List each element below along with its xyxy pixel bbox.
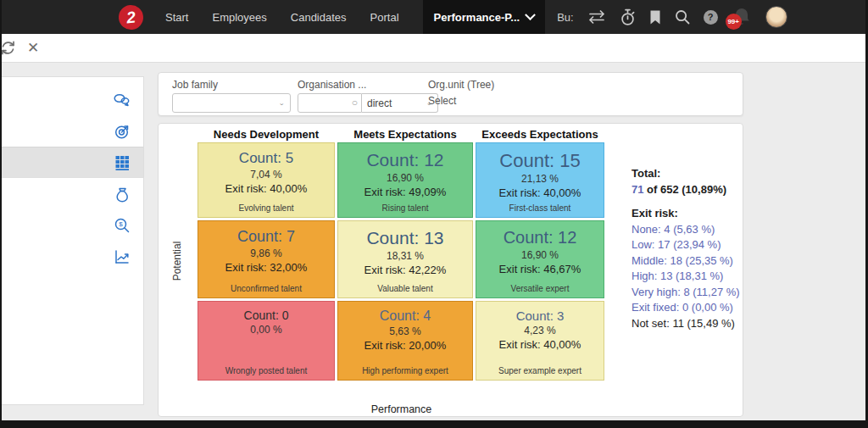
- column-header: Meets Expectations: [337, 128, 473, 141]
- exit-risk-link-high[interactable]: High: 13 (18,31 %): [632, 269, 743, 285]
- matrix-column-headers: Needs Development Meets Expectations Exc…: [198, 128, 604, 141]
- column-header: Needs Development: [198, 128, 335, 141]
- cell-exit-risk: Exit risk: 42,22%: [338, 264, 472, 276]
- organisation-input[interactable]: ○: [298, 93, 362, 113]
- sidebar-item-trends[interactable]: [2, 241, 143, 272]
- notifications-icon[interactable]: 99+: [732, 7, 752, 27]
- cell-count: Count: 12: [338, 150, 472, 170]
- matrix-cell-first-class-talent[interactable]: Count: 15 21,13 % Exit risk: 40,00% Firs…: [476, 142, 604, 218]
- filter-job-family: Job family ⌄: [172, 79, 291, 113]
- exit-risk-link-very-high[interactable]: Very high: 8 (11,27 %): [632, 285, 743, 301]
- swap-icon[interactable]: [587, 10, 606, 24]
- cell-exit-risk: Exit risk: 32,00%: [198, 261, 334, 274]
- cell-percentage: 18,31 %: [338, 250, 472, 262]
- window-border-bottom: [0, 420, 868, 428]
- refresh-icon[interactable]: [0, 40, 16, 56]
- orgunit-select-link[interactable]: Select: [428, 95, 494, 107]
- total-count-link[interactable]: 71: [632, 183, 643, 196]
- sidebar-item-goals[interactable]: [2, 115, 143, 147]
- close-icon[interactable]: ✕: [27, 41, 39, 55]
- cell-talent-name: Wrongly posted talent: [198, 366, 334, 375]
- cell-talent-name: Rising talent: [338, 203, 472, 213]
- cell-talent-name: Evolving talent: [198, 203, 334, 213]
- nav-item-performance-active[interactable]: Performance-P...: [423, 0, 546, 34]
- nav-item-portal[interactable]: Portal: [370, 11, 399, 24]
- org-lookup-icon: ○: [352, 97, 358, 108]
- cell-count: Count: 4: [338, 308, 472, 324]
- search-dollar-icon: $: [114, 217, 131, 234]
- page-toolbar: ✕: [0, 34, 868, 63]
- y-axis-label: Potential: [171, 242, 183, 281]
- trend-chart-icon: [114, 248, 131, 265]
- column-header: Exceeds Expectations: [476, 128, 604, 141]
- cell-exit-risk: Exit risk: 46,67%: [476, 263, 604, 275]
- cell-percentage: 16,90 %: [338, 172, 472, 184]
- cell-talent-name: Versatile expert: [476, 284, 604, 293]
- cell-percentage: 21,13 %: [476, 173, 604, 185]
- matrix-cell-rising-talent[interactable]: Count: 12 16,90 % Exit risk: 49,09% Risi…: [337, 142, 473, 218]
- job-family-select[interactable]: ⌄: [172, 93, 291, 113]
- nav-item-candidates[interactable]: Candidates: [291, 11, 347, 24]
- matrix-cell-versatile-expert[interactable]: Count: 12 16,90 % Exit risk: 46,67% Vers…: [476, 220, 604, 298]
- cell-percentage: 7,04 %: [198, 169, 334, 181]
- matrix-cell-unconfirmed-talent[interactable]: Count: 7 9,86 % Exit risk: 32,00% Unconf…: [198, 220, 335, 298]
- exit-risk-label: Exit risk:: [632, 206, 743, 222]
- cell-exit-risk: Exit risk: 20,00%: [338, 339, 472, 352]
- matrix-cell-super-example-expert[interactable]: Count: 3 4,23 % Exit risk: 40,00% Super …: [476, 301, 604, 381]
- cell-talent-name: Super example expert: [476, 366, 604, 375]
- module-sidebar: $: [2, 76, 144, 405]
- nav-item-employees[interactable]: Employees: [212, 11, 266, 24]
- sidebar-item-compensation[interactable]: [2, 178, 143, 209]
- cell-talent-name: Valuable talent: [338, 284, 472, 293]
- sidebar-item-nine-box-matrix[interactable]: [2, 147, 143, 178]
- filter-panel: Job family ⌄ Organisation ... ○ direct ⌄: [158, 72, 743, 116]
- cell-exit-risk: Exit risk: 40,00%: [476, 186, 604, 199]
- cell-talent-name: First-class talent: [476, 203, 604, 213]
- organisation-mode-select[interactable]: direct ⌄: [362, 93, 438, 113]
- cell-percentage: 9,86 %: [198, 247, 334, 259]
- sidebar-item-messages[interactable]: [2, 84, 143, 115]
- cell-count: Count: 5: [198, 150, 334, 167]
- cell-count: Count: 15: [476, 150, 604, 171]
- top-navigation-bar: 2 Start Employees Candidates Portal Perf…: [0, 0, 868, 34]
- total-value-line: 71 of 652 (10,89%): [632, 182, 743, 198]
- exit-risk-link-middle[interactable]: Middle: 18 (25,35 %): [632, 253, 743, 270]
- filter-orgunit-tree: Org.unit (Tree) Select: [428, 79, 494, 107]
- active-tab-label: Performance-P...: [434, 11, 520, 24]
- cell-exit-risk: Exit risk: 40,00%: [476, 338, 604, 351]
- nav-item-start[interactable]: Start: [165, 11, 188, 24]
- cell-talent-name: Unconfirmed talent: [198, 284, 334, 293]
- matrix-cell-evolving-talent[interactable]: Count: 5 7,04 % Exit risk: 40,00% Evolvi…: [198, 142, 335, 218]
- user-avatar[interactable]: [765, 6, 787, 28]
- cell-percentage: 5,63 %: [338, 325, 472, 337]
- matrix-cell-wrongly-posted-talent[interactable]: Count: 0 0,00 % Wrongly posted talent: [198, 301, 335, 381]
- search-icon[interactable]: [675, 9, 690, 25]
- brand-logo-icon[interactable]: 2: [118, 3, 145, 31]
- exit-risk-link-low[interactable]: Low: 17 (23,94 %): [632, 237, 743, 253]
- nav-item-truncated[interactable]: Bu:: [557, 11, 574, 24]
- cell-percentage: 16,90 %: [476, 249, 604, 261]
- cell-percentage: 4,23 %: [476, 325, 604, 336]
- stopwatch-icon[interactable]: [620, 8, 636, 26]
- cell-count: Count: 12: [476, 228, 604, 247]
- sidebar-item-salary-search[interactable]: $: [2, 209, 143, 241]
- total-label: Total:: [632, 166, 743, 182]
- exit-risk-link-exit-fixed[interactable]: Exit fixed: 0 (0,00 %): [632, 300, 743, 316]
- bookmark-icon[interactable]: [649, 10, 661, 25]
- job-family-label: Job family: [172, 79, 291, 91]
- chat-icon: [113, 92, 131, 108]
- moneybag-icon: [114, 186, 131, 203]
- matrix-cell-valuable-talent[interactable]: Count: 13 18,31 % Exit risk: 42,22% Valu…: [337, 220, 473, 298]
- help-icon[interactable]: ?: [704, 10, 718, 25]
- matrix-cell-high-performing-expert[interactable]: Count: 4 5,63 % Exit risk: 20,00% High p…: [337, 301, 473, 381]
- grid-icon: [114, 154, 131, 171]
- cell-count: Count: 7: [198, 228, 334, 246]
- topnav-icon-group: ? 99+: [587, 6, 787, 28]
- cell-percentage: 0,00 %: [198, 324, 334, 336]
- content-area: $ Job family ⌄: [0, 64, 868, 420]
- exit-risk-link-none[interactable]: None: 4 (5,63 %): [632, 222, 743, 238]
- x-axis-label: Performance: [198, 403, 605, 415]
- cell-exit-risk: Exit risk: 40,00%: [198, 182, 334, 195]
- cell-count: Count: 0: [198, 308, 334, 322]
- nine-box-panel: Needs Development Meets Expectations Exc…: [158, 123, 743, 417]
